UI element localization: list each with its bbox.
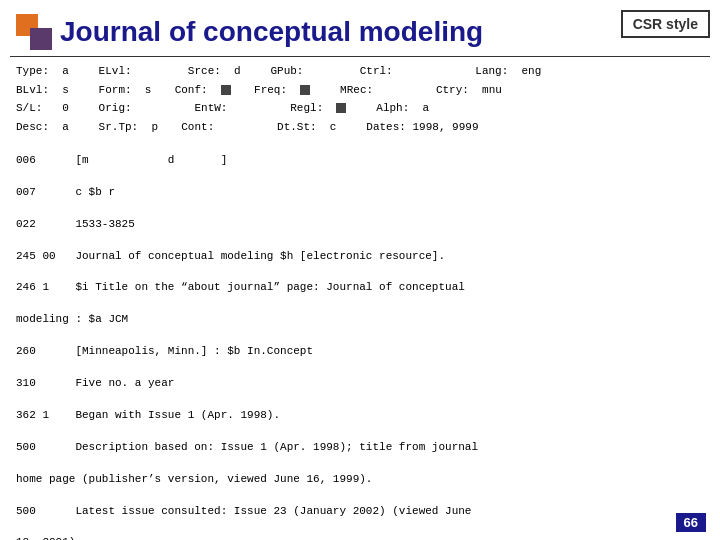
csr-style-label: CSR style [621, 10, 710, 38]
lang-label: Lang: eng [475, 63, 541, 80]
entw-label: EntW: [181, 100, 267, 117]
regl-square [336, 103, 346, 113]
cont-label: Cont: [168, 119, 254, 136]
catalog-records: 006 [m d ] 007 c $b r 022 1533-3825 245 … [16, 137, 704, 540]
field-260: 260 [Minneapolis, Minn.] : $b In.Concept [16, 345, 313, 357]
type-label: Type: a [16, 63, 69, 80]
meta-row-1: Type: a ELvl: Srce: d GPub: Ctrl: Lang: … [16, 63, 704, 80]
field-006: 006 [m d ] [16, 154, 227, 166]
gpub-label: GPub: [251, 63, 350, 80]
dtst-label: Dt.St: c [264, 119, 337, 136]
header: Journal of conceptual modeling [0, 0, 720, 56]
meta-row-4: Desc: a Sr.Tp: p Cont: Dt.St: c Dates: 1… [16, 119, 704, 136]
sl-label: S/L: 0 [16, 100, 69, 117]
elvl-label: ELvl: [79, 63, 178, 80]
orig-label: Orig: [79, 100, 171, 117]
meta-row-3: S/L: 0 Orig: EntW: Regl: Alph: a [16, 100, 704, 117]
meta-row-2: BLvl: s Form: s Conf: Freq: MRec: Ctry: … [16, 82, 704, 99]
freq-square [300, 85, 310, 95]
field-245: 245 00 Journal of conceptual modeling $h… [16, 250, 445, 262]
field-246-a: 246 1 $i Title on the “about journal” pa… [16, 281, 465, 293]
mrec-label: MRec: [320, 82, 426, 99]
field-500b: 500 Latest issue consulted: Issue 23 (Ja… [16, 505, 471, 517]
field-362: 362 1 Began with Issue 1 (Apr. 1998). [16, 409, 280, 421]
desc-label: Desc: a [16, 119, 69, 136]
conf-label: Conf: [161, 82, 230, 99]
regl-label: Regl: [277, 100, 346, 117]
field-022: 022 1533-3825 [16, 218, 135, 230]
srtp-label: Sr.Tp: p [79, 119, 158, 136]
main-content: Type: a ELvl: Srce: d GPub: Ctrl: Lang: … [0, 57, 720, 540]
field-500a-cont: home page (publisher’s version, viewed J… [16, 473, 372, 485]
field-500a: 500 Description based on: Issue 1 (Apr. … [16, 441, 478, 453]
conf-square [221, 85, 231, 95]
field-007: 007 c $b r [16, 186, 115, 198]
freq-label: Freq: [241, 82, 310, 99]
form-label: Form: s [79, 82, 152, 99]
dates-label: Dates: 1998, 9999 [346, 119, 478, 136]
blvl-label: BLvl: s [16, 82, 69, 99]
ctry-label: Ctry: mnu [436, 82, 502, 99]
page-title: Journal of conceptual modeling [60, 16, 483, 48]
field-310: 310 Five no. a year [16, 377, 174, 389]
page-number-badge: 66 [676, 513, 706, 532]
alph-label: Alph: a [356, 100, 429, 117]
field-246-b: modeling : $a JCM [16, 313, 128, 325]
icon-purple-square [30, 28, 52, 50]
field-500b-cont: 18, 2001). [16, 536, 82, 540]
srce-label: Srce: d [188, 63, 241, 80]
ctrl-label: Ctrl: [360, 63, 466, 80]
header-icon [16, 14, 52, 50]
